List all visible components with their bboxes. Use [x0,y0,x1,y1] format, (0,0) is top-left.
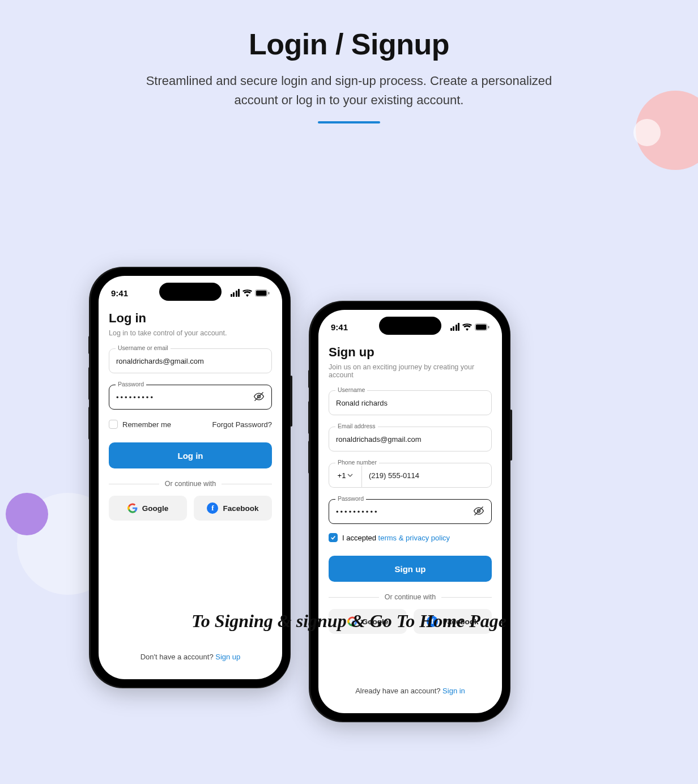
phone-field[interactable]: Phone number +1 (219) 555-0114 [329,463,492,488]
battery-icon [475,323,490,331]
google-button[interactable]: Google [109,496,187,521]
cellular-icon [231,289,240,297]
signup-subtitle: Join us on an exciting journey by creati… [329,363,492,379]
signup-link[interactable]: Sign up [215,653,240,661]
svg-rect-7 [488,326,489,329]
login-title: Log in [109,311,272,326]
field-label: Username [335,386,367,393]
dynamic-island [159,283,222,301]
svg-rect-6 [476,325,487,330]
svg-rect-2 [268,292,269,295]
page-subtitle: Streamlined and secure login and sign-up… [128,71,570,110]
accept-text: I accepted terms & privacy policy [342,534,450,542]
dynamic-island [379,317,441,335]
divider-or: Or continue with [329,593,492,601]
username-field[interactable]: Username or email ronaldrichards@gmail.c… [109,348,272,373]
svg-rect-1 [256,291,267,296]
facebook-button[interactable]: f Facebook [194,496,272,521]
chevron-down-icon [347,472,353,478]
cellular-icon [450,323,460,331]
field-value: •••••••••• [336,508,379,516]
facebook-icon: f [207,502,218,514]
terms-link[interactable]: terms & privacy policy [378,534,450,542]
username-field[interactable]: Username Ronald richards [329,390,492,415]
remember-me-checkbox[interactable]: Remember me [109,420,171,429]
page-title: Login / Signup [0,27,698,61]
footer-caption: To Signing & signup & Go To Home Page [0,611,698,632]
field-value: ronaldrichards@gmail.com [109,348,272,373]
field-value: ronaldrichads@gmail.com [329,427,492,451]
google-icon [127,503,138,513]
eye-off-icon[interactable] [253,391,265,404]
signup-title: Sign up [329,345,492,360]
password-field[interactable]: Password •••••••••• [329,499,492,524]
status-time: 9:41 [111,288,128,298]
login-button[interactable]: Log in [109,442,272,468]
login-subtitle: Log in to take control of your account. [109,329,272,337]
divider-or: Or continue with [109,480,272,488]
battery-icon [255,289,270,297]
field-label: Password [116,381,146,387]
wifi-icon [242,289,252,297]
country-code-select[interactable]: +1 [329,463,361,488]
field-label: Email address [335,423,378,429]
signin-prompt: Already have an account? Sign in [318,687,502,695]
status-time: 9:41 [331,322,348,332]
forgot-password-link[interactable]: Forgot Password? [212,420,273,429]
checkbox-icon [109,420,118,429]
check-icon [330,535,336,540]
field-value: (219) 555-0114 [361,463,492,488]
field-label: Password [335,495,366,502]
email-field[interactable]: Email address ronaldrichads@gmail.com [329,427,492,451]
field-value: Ronald richards [329,390,492,415]
field-label: Phone number [335,459,379,466]
eye-off-icon[interactable] [473,505,484,518]
signup-button[interactable]: Sign up [329,556,492,582]
field-value: ••••••••• [116,393,155,402]
signup-prompt: Don't have a account? Sign up [99,653,282,661]
page-header: Login / Signup Streamlined and secure lo… [0,0,698,123]
remember-label: Remember me [122,420,171,429]
terms-checkbox[interactable] [329,533,338,542]
password-field[interactable]: Password ••••••••• [109,385,272,410]
signin-link[interactable]: Sign in [442,687,465,695]
field-label: Username or email [116,344,171,351]
phone-mockup-signup: 9:41 Sign up Join us on an exciting jour… [310,302,510,721]
wifi-icon [462,323,472,331]
